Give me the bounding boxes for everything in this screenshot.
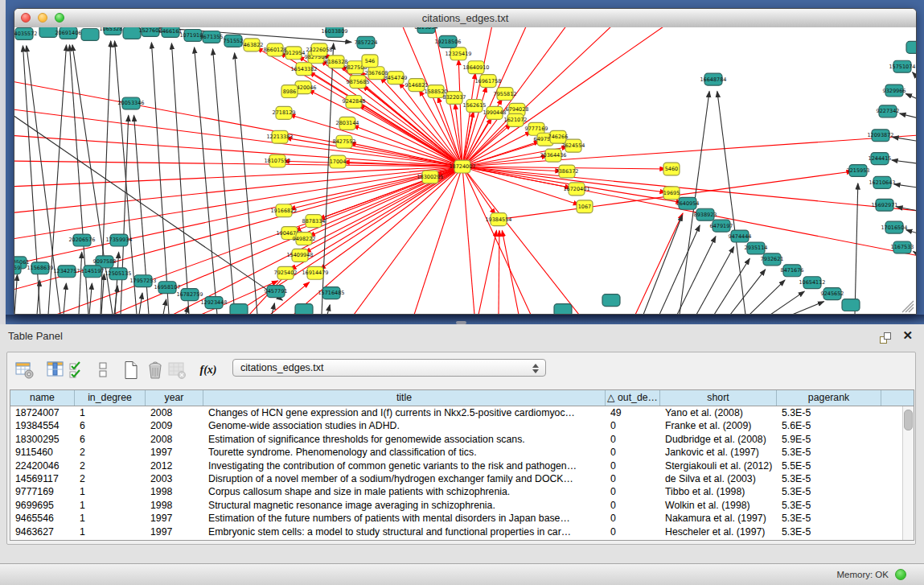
column-header-short[interactable]: short (660, 390, 777, 406)
graph-edge (121, 115, 129, 314)
graph-edge (730, 270, 766, 314)
graph-edge (478, 230, 497, 314)
table-row[interactable]: 1456911722003Disruption of a novel membe… (10, 472, 914, 485)
function-builder-button[interactable]: f(x) (198, 360, 219, 381)
cell-year: 2008 (146, 433, 203, 446)
graph-node-label: 7386372 (556, 168, 579, 175)
column-header-pagerank[interactable]: pagerank (777, 390, 881, 406)
graph-node[interactable] (602, 295, 620, 307)
network-window-titlebar[interactable]: citations_edges.txt (14, 9, 916, 28)
graph-node-label: 7932621 (761, 256, 784, 262)
cell-year: 2003 (146, 472, 203, 485)
cell-out_de: 0 (606, 525, 660, 538)
table-settings-button[interactable] (14, 360, 35, 381)
status-bar: Memory: OK (0, 563, 924, 585)
graph-node-label: 8471676 (781, 267, 804, 274)
cell-in_degree: 6 (75, 433, 146, 446)
graph-node-label: 18300295 (417, 174, 443, 180)
graph-edge (14, 167, 462, 213)
memory-status-indicator (895, 569, 906, 580)
delete-table-button[interactable] (145, 360, 166, 381)
cell-out_de: 0 (606, 499, 660, 512)
column-header-in_degree[interactable]: in_degree (75, 390, 146, 406)
table-row[interactable]: 911546021997Tourette syndrome. Phenomeno… (10, 446, 914, 459)
graph-node[interactable] (554, 304, 572, 314)
network-canvas[interactable]: 1872400718300295193845541232541918640910… (14, 27, 916, 314)
table-row[interactable]: 1872400712008Changes of HCN gene express… (10, 406, 914, 419)
cell-title: Disruption of a novel member of a sodium… (203, 472, 606, 485)
column-header-year[interactable]: year (146, 390, 203, 406)
cell-pagerank: 5.6E-5 (777, 419, 881, 432)
column-header-out_de[interactable]: △ out_de… (606, 390, 660, 406)
table-select[interactable]: citations_edges.txt (232, 359, 546, 377)
graph-node-label: 17016504 (881, 225, 907, 231)
close-panel-icon[interactable]: ✕ (902, 329, 913, 342)
graph-node-label: 2718129 (273, 109, 296, 116)
graph-node-label: 9242848 (343, 98, 366, 105)
show-columns-button[interactable] (45, 360, 66, 381)
graph-node-label: 9457791 (265, 288, 288, 295)
table-row[interactable]: 977716911998Corpus callosum shape and si… (10, 485, 914, 498)
column-header-name[interactable]: name (10, 390, 75, 406)
cell-pagerank: 5.3E-5 (777, 485, 881, 498)
cell-in_degree: 1 (75, 485, 146, 498)
cell-short: Jankovic et al. (1997) (660, 446, 777, 459)
graph-edge (327, 305, 330, 314)
table-row[interactable]: 2242004622012Investigating the contribut… (10, 459, 914, 472)
delete-column-button[interactable] (166, 360, 187, 381)
table-row[interactable]: 946554611997Estimation of the future num… (10, 512, 914, 525)
cell-short: Nakamura et al. (1997) (660, 512, 777, 525)
graph-node[interactable] (81, 28, 99, 40)
float-panel-icon[interactable] (879, 332, 892, 344)
table-scrollbar[interactable] (902, 406, 914, 540)
graph-node-label: 1640954 (676, 200, 700, 207)
column-header-title[interactable]: title (203, 390, 606, 406)
combo-stepper-icon (532, 362, 540, 375)
minimize-button[interactable] (38, 13, 47, 23)
graph-edge (213, 49, 235, 314)
graph-edge (290, 114, 462, 167)
graph-node-label: 20053346 (117, 100, 144, 106)
cell-out_de: 0 (606, 433, 660, 446)
graph-node-label: 8427552 (333, 138, 356, 145)
table-row[interactable]: 946362711997Embryonic stem cells: a mode… (10, 525, 914, 538)
graph-node-label: 6466161 (159, 28, 183, 35)
table-row[interactable]: 969969511998Structural magnetic resonanc… (10, 499, 914, 512)
graph-node-label: 9777169 (525, 126, 548, 132)
cell-name: 9115460 (10, 446, 75, 459)
cell-in_degree: 2 (75, 459, 146, 472)
close-button[interactable] (21, 13, 31, 23)
select-rows-button[interactable] (68, 360, 88, 381)
scrollbar-thumb[interactable] (904, 410, 913, 431)
graph-node[interactable] (906, 41, 916, 53)
zoom-button[interactable] (55, 13, 64, 23)
table-row[interactable]: 1938455462009Genome-wide association stu… (10, 419, 914, 432)
cell-year: 1997 (146, 512, 203, 525)
graph-edge (89, 283, 92, 314)
graph-node-label: 15716485 (318, 290, 344, 296)
graph-node[interactable] (842, 299, 860, 311)
cell-out_de: 0 (606, 419, 660, 432)
graph-node-label: 3215953 (847, 167, 870, 174)
cell-title: Structural magnetic resonance image aver… (203, 499, 606, 512)
graph-node-label: 39159 (14, 265, 20, 271)
graph-node-label: 3624554 (562, 142, 585, 149)
cell-title: Estimation of significance thresholds fo… (203, 433, 606, 446)
cell-pagerank: 5.9E-5 (777, 433, 881, 446)
graph-node[interactable] (295, 304, 313, 314)
graph-node-label: 2367608 (365, 70, 388, 76)
graph-node[interactable] (230, 304, 248, 314)
graph-node-label: 5460 (665, 166, 679, 172)
table-row[interactable]: 1830029562008Estimation of significance … (10, 433, 914, 446)
graph-edge (914, 251, 916, 253)
cell-in_degree: 1 (75, 499, 146, 512)
row-options-button[interactable] (92, 360, 113, 381)
graph-node-label: 14035572 (14, 31, 38, 37)
graph-node-label: 1621072 (504, 117, 528, 123)
create-table-button[interactable] (121, 360, 142, 381)
cell-in_degree: 2 (75, 472, 146, 485)
cell-title: Tourette syndrome. Phenomenology and cla… (203, 446, 606, 459)
resize-grip[interactable] (902, 301, 914, 312)
graph-node-label: 2803144 (336, 120, 359, 126)
graph-node-label: 8938923 (694, 212, 717, 218)
